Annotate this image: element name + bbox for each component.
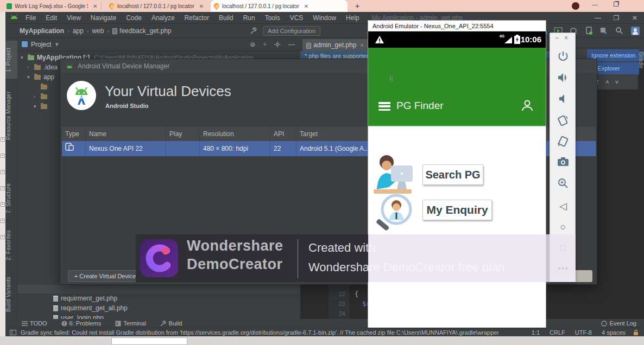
close-tab-icon[interactable]: ✕: [199, 3, 204, 9]
gradle-sync-status[interactable]: Gradle sync failed: Could not install Gr…: [21, 329, 498, 336]
ide-minimize-icon[interactable]: —: [589, 14, 607, 22]
tree-row-stub[interactable]: ›: [34, 92, 50, 101]
tree-row-stub[interactable]: [39, 82, 50, 92]
emulator-titlebar[interactable]: Android Emulator - Nexus_One_API_22:5554: [368, 21, 546, 31]
breadcrumb-web[interactable]: web: [92, 27, 104, 35]
device-manager-icon[interactable]: [585, 27, 593, 35]
collapse-all-icon[interactable]: ÷: [263, 41, 267, 48]
event-log-button[interactable]: Event Log: [601, 320, 636, 327]
toolwindow-tab-resource-manager[interactable]: Resource Manager: [5, 86, 17, 145]
column-header-playstore[interactable]: Play Store: [166, 127, 200, 141]
device-row-resolution[interactable]: 480 × 800: hdpi: [200, 141, 270, 156]
lock-icon[interactable]: [633, 329, 639, 336]
column-header-api[interactable]: API: [270, 127, 296, 141]
volume-down-icon[interactable]: [550, 93, 576, 106]
sdk-manager-icon[interactable]: [599, 27, 608, 35]
browser-tab-localhost-1[interactable]: localhost / 127.0.0.1 / pg locator ✕: [106, 0, 207, 12]
ide-maximize-icon[interactable]: ❐: [607, 14, 626, 22]
locate-file-icon[interactable]: ⊕: [250, 41, 255, 48]
tree-row-idea[interactable]: › .idea: [27, 62, 58, 72]
chevron-expanded-icon[interactable]: ▾: [34, 104, 39, 109]
emulator-minimize-icon[interactable]: −×: [550, 34, 576, 42]
column-header-resolution[interactable]: Resolution: [200, 127, 270, 141]
toolwindow-tab-favorites[interactable]: 2: Favorites: [5, 225, 17, 266]
problems-button[interactable]: 6: Problems: [61, 320, 102, 327]
browser-avatar[interactable]: [572, 2, 579, 10]
build-button[interactable]: Build: [160, 320, 182, 327]
browser-tab-localhost-2[interactable]: localhost / 127.0.0.1 / pg locator ✕: [211, 0, 348, 12]
rotate-right-icon[interactable]: [550, 135, 576, 150]
menu-navigate[interactable]: Navigate: [86, 12, 121, 24]
breadcrumb-project[interactable]: MyApplication: [20, 27, 64, 35]
menu-tools[interactable]: Tools: [260, 12, 285, 24]
chevron-expanded-icon[interactable]: ▾: [21, 55, 26, 60]
tree-row-app[interactable]: ▾ app: [27, 72, 54, 82]
tree-row-hover-stub[interactable]: [17, 285, 300, 293]
menu-file[interactable]: File: [21, 12, 41, 24]
device-row-playstore[interactable]: [166, 141, 200, 156]
browser-restore-icon[interactable]: [614, 2, 618, 7]
home-icon[interactable]: ○: [550, 221, 576, 233]
toolwindow-tab-structure[interactable]: 7: Structure: [5, 176, 17, 220]
prev-match-icon[interactable]: ˄: [605, 79, 609, 85]
menu-help[interactable]: Help: [341, 12, 364, 24]
menu-run[interactable]: Run: [238, 12, 260, 24]
menu-analyze[interactable]: Analyze: [147, 12, 180, 24]
browser-minimize-icon[interactable]: —: [592, 1, 598, 8]
power-icon[interactable]: [550, 50, 576, 65]
emulator-screen[interactable]: 4G 10:06 PG Finder Search PG: [368, 31, 546, 328]
menu-refactor[interactable]: Refactor: [180, 12, 214, 24]
toolwindow-tab-project[interactable]: 1: Project: [5, 41, 17, 79]
hamburger-menu-icon[interactable]: [378, 102, 390, 111]
add-configuration-button[interactable]: Add Configuration: [263, 26, 320, 36]
indent-setting[interactable]: 4 spaces: [602, 329, 626, 336]
column-header-type[interactable]: Type: [62, 127, 86, 141]
device-row-name[interactable]: Nexus One API 22: [86, 141, 166, 156]
settings-gear-icon[interactable]: [274, 41, 281, 48]
profile-avatar-icon[interactable]: [631, 27, 640, 35]
chevron-collapsed-icon[interactable]: ›: [27, 65, 33, 70]
device-row-api[interactable]: 22: [270, 141, 296, 156]
menu-build[interactable]: Build: [214, 12, 238, 24]
hammer-icon[interactable]: [250, 27, 257, 35]
my-enquiry-button[interactable]: My Enquiry: [422, 200, 492, 220]
editor-tab-admin-get[interactable]: admin_get.php ✕: [302, 39, 368, 51]
device-row-type[interactable]: [62, 141, 86, 156]
emulator-close-icon[interactable]: ×: [564, 34, 568, 42]
volume-up-icon[interactable]: [550, 72, 576, 85]
search-everywhere-icon[interactable]: [615, 27, 623, 35]
screenshot-camera-icon[interactable]: [550, 157, 576, 169]
todo-button[interactable]: TODO: [22, 320, 47, 327]
close-tab-icon[interactable]: ✕: [93, 3, 97, 9]
terminal-button[interactable]: Terminal: [115, 320, 146, 327]
back-icon[interactable]: ◁: [550, 200, 576, 212]
tree-row-file[interactable]: requirment_get_all.php: [52, 303, 128, 313]
menu-code[interactable]: Code: [121, 12, 147, 24]
zoom-in-icon[interactable]: [550, 178, 576, 191]
chevron-expanded-icon[interactable]: ▾: [27, 74, 33, 80]
search-pg-button[interactable]: Search PG: [422, 164, 483, 185]
menu-view[interactable]: View: [62, 12, 86, 24]
menu-edit[interactable]: Edit: [41, 12, 62, 24]
new-tab-button[interactable]: +: [352, 0, 363, 12]
tree-row-stub[interactable]: ▾: [34, 101, 50, 111]
caret-position[interactable]: 1:1: [532, 329, 540, 336]
column-header-name[interactable]: Name: [86, 127, 166, 141]
line-separator[interactable]: CRLF: [550, 329, 565, 336]
close-tab-icon[interactable]: ✕: [359, 42, 364, 48]
chevron-collapsed-icon[interactable]: ›: [34, 94, 39, 99]
menu-vcs[interactable]: VCS: [285, 12, 308, 24]
breadcrumb-app[interactable]: app: [73, 27, 84, 35]
browser-tab-sheets[interactable]: Work Log Fowji.xlsx - Google Sh ✕: [3, 0, 100, 12]
rotate-left-icon[interactable]: [550, 114, 576, 129]
menu-window[interactable]: Window: [308, 12, 341, 24]
toolwindow-tab-build-variants[interactable]: Build Variants: [5, 271, 17, 317]
close-tab-icon[interactable]: ✕: [304, 3, 308, 9]
file-encoding[interactable]: UTF-8: [575, 329, 592, 336]
tree-row-file[interactable]: requirment_get.php: [52, 293, 117, 303]
layout-toggle-icon[interactable]: [10, 330, 16, 335]
breadcrumb-file[interactable]: feedback_get.php: [119, 27, 171, 35]
project-view-selector[interactable]: Project: [31, 41, 51, 48]
next-match-icon[interactable]: ˅: [615, 79, 618, 85]
hide-panel-icon[interactable]: —: [288, 41, 295, 48]
